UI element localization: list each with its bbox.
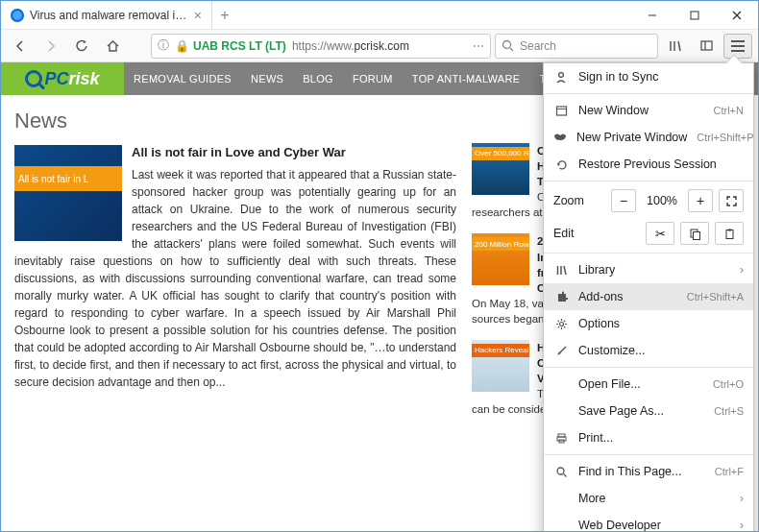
svg-line-28 <box>564 320 565 321</box>
puzzle-icon <box>553 291 569 303</box>
menu-more[interactable]: More › <box>544 485 753 512</box>
address-bar[interactable]: ⓘ 🔒 UAB RCS LT (LT) https://www.pcrisk.c… <box>151 34 491 59</box>
library-icon <box>553 264 569 277</box>
nav-news[interactable]: NEWS <box>241 73 293 85</box>
logo-magnifier-icon <box>25 70 42 87</box>
hamburger-icon <box>731 45 745 47</box>
forward-button[interactable] <box>37 33 64 60</box>
svg-rect-9 <box>701 41 712 50</box>
tab-close-icon[interactable]: × <box>194 8 202 23</box>
svg-rect-12 <box>556 107 566 115</box>
svg-line-5 <box>510 48 513 51</box>
tab-title: Virus and malware removal inst <box>30 9 188 22</box>
lead-thumbnail[interactable]: All is not fair in L <box>14 145 122 241</box>
menu-save-page[interactable]: Save Page As... Ctrl+S <box>544 398 753 424</box>
nav-forum[interactable]: FORUM <box>343 73 403 85</box>
menu-print[interactable]: Print... <box>544 424 753 451</box>
chevron-right-icon: › <box>740 263 744 277</box>
svg-point-21 <box>559 322 563 326</box>
svg-line-29 <box>557 326 558 327</box>
search-icon <box>502 39 514 52</box>
app-menu-button[interactable] <box>723 34 752 59</box>
chevron-right-icon: › <box>740 519 744 532</box>
side-thumbnail[interactable]: Hackers Reveal Fu <box>472 340 529 392</box>
search-icon <box>553 466 569 478</box>
menu-restore-session[interactable]: Restore Previous Session <box>544 151 753 178</box>
edit-label: Edit <box>553 227 640 240</box>
svg-rect-1 <box>691 12 698 19</box>
app-menu: Sign in to Sync New Window Ctrl+N New Pr… <box>543 62 754 532</box>
svg-line-26 <box>557 320 558 321</box>
menu-zoom-row: Zoom − 100% + <box>544 184 753 217</box>
svg-line-27 <box>564 326 565 327</box>
zoom-in-button[interactable]: + <box>688 189 713 212</box>
tab-favicon <box>11 9 24 22</box>
window-controls <box>631 1 758 30</box>
side-thumbnail[interactable]: 200 Million Rows of <box>472 233 529 285</box>
user-icon <box>553 70 569 84</box>
paint-icon <box>553 345 569 357</box>
new-tab-button[interactable]: + <box>212 7 237 24</box>
menu-library[interactable]: Library › <box>544 256 753 283</box>
svg-line-35 <box>563 473 566 476</box>
gear-icon <box>553 318 569 330</box>
window-icon <box>553 105 569 117</box>
site-logo[interactable]: PCrisk <box>1 62 124 95</box>
minimize-button[interactable] <box>631 1 673 30</box>
zoom-label: Zoom <box>553 194 605 207</box>
menu-options[interactable]: Options <box>544 310 753 337</box>
cut-button[interactable]: ✂ <box>646 222 674 245</box>
maximize-button[interactable] <box>673 1 716 30</box>
url-dropdown-icon[interactable]: ⋯ <box>473 39 484 53</box>
browser-tab[interactable]: Virus and malware removal inst × <box>1 1 212 30</box>
lead-article: All is not fair in L All is not fair in … <box>14 143 456 418</box>
paste-button[interactable] <box>715 222 744 245</box>
fullscreen-button[interactable] <box>719 189 744 212</box>
browser-toolbar: ⓘ 🔒 UAB RCS LT (LT) https://www.pcrisk.c… <box>1 30 758 62</box>
zoom-value: 100% <box>642 194 682 207</box>
svg-rect-15 <box>693 231 699 239</box>
menu-sign-in[interactable]: Sign in to Sync <box>544 63 753 90</box>
svg-rect-16 <box>726 230 733 238</box>
url-text: https://www.pcrisk.com <box>292 39 409 53</box>
menu-addons[interactable]: Add-ons Ctrl+Shift+A <box>544 283 753 310</box>
back-button[interactable] <box>7 33 34 60</box>
zoom-out-button[interactable]: − <box>611 189 636 212</box>
reload-button[interactable] <box>68 33 95 60</box>
nav-antimalware[interactable]: TOP ANTI-MALWARE <box>403 73 530 85</box>
menu-open-file[interactable]: Open File... Ctrl+O <box>544 371 753 398</box>
window-titlebar: Virus and malware removal inst × + <box>1 1 758 30</box>
logo-text: PCrisk <box>44 69 99 89</box>
library-icon[interactable] <box>662 33 689 60</box>
menu-web-developer[interactable]: Web Developer › <box>544 512 753 532</box>
side-thumbnail[interactable]: Over 500,000 Route <box>472 143 529 195</box>
lead-thumb-band: All is not fair in L <box>14 166 122 191</box>
info-icon[interactable]: ⓘ <box>158 37 169 54</box>
menu-new-window[interactable]: New Window Ctrl+N <box>544 97 753 124</box>
print-icon <box>553 432 569 445</box>
restore-icon <box>553 158 569 171</box>
svg-point-11 <box>559 73 564 78</box>
home-button[interactable] <box>99 33 126 60</box>
svg-line-8 <box>678 41 680 51</box>
svg-rect-17 <box>728 229 731 230</box>
copy-button[interactable] <box>680 222 709 245</box>
svg-point-4 <box>503 41 511 49</box>
svg-point-34 <box>557 468 564 474</box>
svg-line-20 <box>564 266 566 275</box>
menu-edit-row: Edit ✂ <box>544 217 753 250</box>
lock-icon: 🔒 <box>175 39 189 53</box>
nav-removal-guides[interactable]: REMOVAL GUIDES <box>124 73 241 85</box>
nav-blog[interactable]: BLOG <box>293 73 343 85</box>
menu-customize[interactable]: Customize... <box>544 337 753 364</box>
svg-line-30 <box>560 347 566 352</box>
window-close-button[interactable] <box>716 1 758 30</box>
mask-icon <box>553 133 567 142</box>
search-bar[interactable]: Search <box>495 34 658 59</box>
menu-find[interactable]: Find in This Page... Ctrl+F <box>544 458 753 485</box>
identity-label: UAB RCS LT (LT) <box>193 39 286 53</box>
menu-new-private-window[interactable]: New Private Window Ctrl+Shift+P <box>544 124 753 151</box>
site-identity[interactable]: 🔒 UAB RCS LT (LT) <box>175 39 286 53</box>
sidebar-icon[interactable] <box>693 33 720 60</box>
search-placeholder: Search <box>520 39 556 53</box>
